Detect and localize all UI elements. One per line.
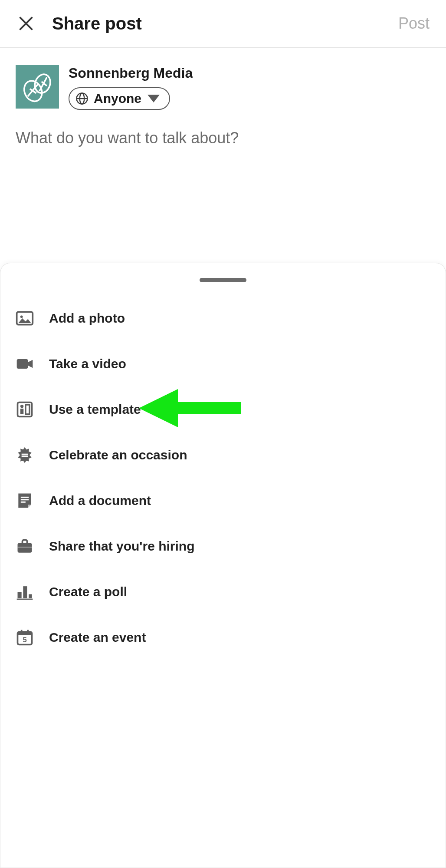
svg-rect-20 [21,501,26,502]
option-add-document[interactable]: Add a document [14,478,432,523]
composer-area: Sonnenberg Media Anyone What do you want… [0,48,446,147]
option-label: Add a photo [49,311,125,326]
svg-rect-29 [21,630,23,633]
option-take-video[interactable]: Take a video [14,341,432,386]
photo-icon [14,308,35,329]
document-icon [14,490,35,511]
svg-rect-22 [18,546,32,548]
svg-rect-14 [20,409,23,414]
svg-rect-26 [17,598,33,600]
option-use-template[interactable]: Use a template [14,386,432,432]
option-label: Create a poll [49,584,127,599]
template-icon [14,399,35,420]
svg-rect-28 [18,632,32,635]
caret-down-icon [148,95,160,102]
option-label: Celebrate an occasion [49,448,187,462]
post-button[interactable]: Post [398,14,430,33]
author-meta: Sonnenberg Media Anyone [69,65,193,110]
avatar[interactable] [16,65,59,109]
svg-rect-11 [17,359,28,369]
option-list: Add a photo Take a video Use a template … [0,295,446,660]
option-create-event[interactable]: 5 Create an event [14,614,432,660]
svg-rect-19 [21,499,29,500]
option-label: Take a video [49,356,126,371]
calendar-icon: 5 [14,627,35,648]
svg-text:5: 5 [23,636,26,644]
author-name: Sonnenberg Media [69,65,193,81]
option-create-poll[interactable]: Create a poll [14,569,432,614]
close-button[interactable] [16,14,36,33]
author-row: Sonnenberg Media Anyone [16,65,430,110]
option-share-hiring[interactable]: Share that you're hiring [14,523,432,569]
video-icon [14,353,35,374]
audience-label: Anyone [94,91,141,106]
audience-selector[interactable]: Anyone [69,87,170,110]
options-sheet: Add a photo Take a video Use a template … [0,263,446,868]
svg-rect-18 [21,496,29,498]
svg-rect-24 [23,586,27,598]
svg-point-10 [20,315,23,318]
poll-icon [14,581,35,602]
svg-rect-15 [26,405,30,414]
svg-rect-25 [29,594,32,598]
option-add-photo[interactable]: Add a photo [14,295,432,341]
option-label: Share that you're hiring [49,539,195,554]
header-bar: Share post Post [0,0,446,48]
option-label: Create an event [49,630,146,645]
svg-rect-21 [18,543,32,552]
svg-point-13 [20,405,23,408]
svg-rect-23 [18,592,22,598]
option-label: Use a template [49,402,141,417]
page-title: Share post [52,14,398,33]
close-icon [17,15,35,32]
avatar-logo-icon [20,70,54,104]
celebrate-icon [14,445,35,465]
sheet-drag-handle[interactable] [200,278,246,282]
globe-icon [75,92,89,105]
option-celebrate-occasion[interactable]: Celebrate an occasion [14,432,432,478]
briefcase-icon [14,536,35,557]
composer-input[interactable]: What do you want to talk about? [16,129,430,147]
option-label: Add a document [49,493,151,508]
svg-rect-30 [27,630,29,633]
svg-rect-16 [22,453,28,455]
svg-rect-17 [22,455,28,457]
